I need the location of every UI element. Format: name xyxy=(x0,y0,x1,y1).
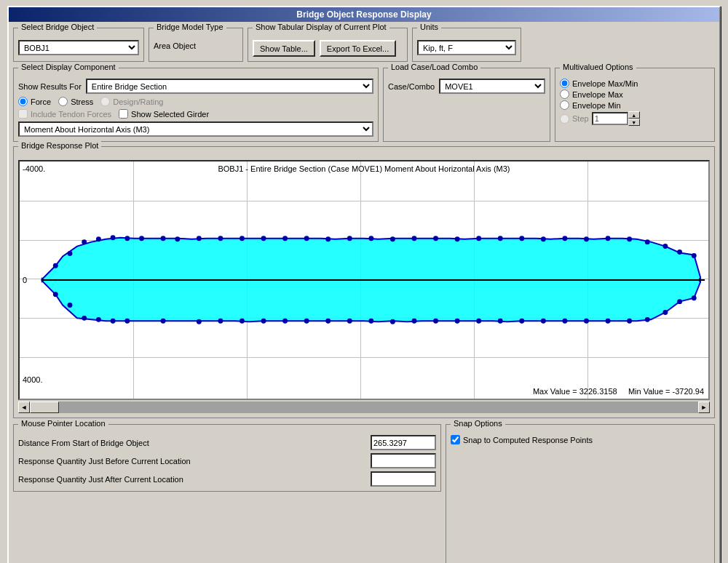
load-case-label: Load Case/Load Combo xyxy=(388,63,480,71)
before-input[interactable] xyxy=(371,453,436,468)
envelope-maxmin-radio-label[interactable]: Envelope Max/Min xyxy=(560,79,638,88)
snap-checkbox-label[interactable]: Snap to Computed Response Points xyxy=(451,435,710,444)
show-results-for-select[interactable]: Entire Bridge Section xyxy=(86,79,373,94)
distance-input[interactable] xyxy=(371,435,436,450)
svg-point-61 xyxy=(541,319,546,324)
svg-point-23 xyxy=(433,236,438,241)
show-selected-girder-label[interactable]: Show Selected Girder xyxy=(119,109,209,119)
horizontal-scrollbar[interactable]: ◄ ► xyxy=(18,402,710,413)
select-display-component-group: Select Display Component Show Results Fo… xyxy=(13,68,379,142)
svg-point-18 xyxy=(325,236,331,241)
case-combo-label: Case/Combo xyxy=(388,82,435,91)
step-radio-label[interactable]: Step xyxy=(560,114,589,124)
step-down-button[interactable]: ▼ xyxy=(628,119,640,126)
svg-point-40 xyxy=(82,316,87,321)
envelope-min-radio[interactable] xyxy=(560,100,569,110)
svg-point-50 xyxy=(304,319,309,324)
svg-point-12 xyxy=(197,236,202,241)
export-excel-button[interactable]: Export To Excel... xyxy=(320,40,396,57)
svg-point-33 xyxy=(645,239,650,244)
show-table-button[interactable]: Show Table... xyxy=(253,40,315,57)
force-radio-label[interactable]: Force xyxy=(18,97,51,106)
svg-point-11 xyxy=(175,236,180,241)
snap-checkbox[interactable] xyxy=(451,435,460,444)
svg-point-22 xyxy=(412,236,417,241)
multivalued-label: Multivalued Options xyxy=(560,63,636,71)
svg-point-69 xyxy=(692,295,697,300)
svg-point-60 xyxy=(519,319,524,324)
svg-point-25 xyxy=(476,236,481,241)
design-rating-radio-label[interactable]: Design/Rating xyxy=(100,97,163,106)
svg-point-15 xyxy=(261,236,266,241)
svg-point-30 xyxy=(584,236,589,241)
load-case-select[interactable]: MOVE1 xyxy=(439,79,545,94)
bridge-response-plot-label: Bridge Response Plot xyxy=(18,141,101,150)
before-label: Response Quantity Just Before Current Lo… xyxy=(18,457,366,466)
scroll-thumb[interactable] xyxy=(30,402,59,413)
scroll-left-button[interactable]: ◄ xyxy=(18,402,30,413)
svg-point-53 xyxy=(368,319,373,324)
svg-point-36 xyxy=(692,253,697,258)
svg-point-67 xyxy=(662,310,668,315)
svg-point-44 xyxy=(161,319,166,324)
select-bridge-object-group: Select Bridge Object BOBJ1 xyxy=(13,28,144,62)
bridge-response-plot-group: Bridge Response Plot BOBJ1 - Entire Brid… xyxy=(13,146,715,418)
title-bar: Bridge Object Response Display xyxy=(9,7,719,22)
show-tabular-label: Show Tabular Display of Current Plot xyxy=(253,23,389,31)
window-title: Bridge Object Response Display xyxy=(296,9,431,20)
svg-point-68 xyxy=(677,299,682,304)
envelope-maxmin-radio[interactable] xyxy=(560,79,569,88)
svg-point-24 xyxy=(455,236,460,241)
show-selected-girder-checkbox[interactable] xyxy=(119,109,128,119)
distance-label: Distance From Start of Bridge Object xyxy=(18,439,366,447)
select-display-component-label: Select Display Component xyxy=(18,63,119,71)
include-tendon-text: Include Tendon Forces xyxy=(31,110,111,119)
stress-radio[interactable] xyxy=(58,97,68,106)
svg-point-20 xyxy=(368,236,373,241)
stress-radio-label[interactable]: Stress xyxy=(58,97,93,106)
force-radio[interactable] xyxy=(18,97,28,106)
svg-point-28 xyxy=(541,236,546,241)
svg-point-6 xyxy=(96,236,101,241)
svg-point-65 xyxy=(627,319,632,324)
svg-point-56 xyxy=(433,319,438,324)
svg-point-31 xyxy=(606,236,611,241)
response-plot-svg xyxy=(20,161,708,399)
design-rating-radio[interactable] xyxy=(100,97,110,106)
select-bridge-object-label: Select Bridge Object xyxy=(18,23,97,31)
stress-label: Stress xyxy=(71,97,93,106)
svg-point-55 xyxy=(412,319,417,324)
svg-point-47 xyxy=(240,319,245,324)
units-select[interactable]: Kip, ft, F xyxy=(417,40,516,55)
show-tabular-group: Show Tabular Display of Current Plot Sho… xyxy=(248,28,408,62)
svg-point-51 xyxy=(325,319,331,324)
svg-point-58 xyxy=(476,319,481,324)
svg-point-62 xyxy=(562,319,567,324)
snap-options-group: Snap Options Snap to Computed Response P… xyxy=(446,424,715,563)
envelope-maxmin-text: Envelope Max/Min xyxy=(572,79,638,88)
max-min-values: Max Value = 3226.3158 Min Value = -3720.… xyxy=(533,387,704,396)
bridge-object-select[interactable]: BOBJ1 xyxy=(18,40,139,55)
svg-point-54 xyxy=(390,319,395,324)
step-up-button[interactable]: ▲ xyxy=(628,111,640,119)
scroll-right-button[interactable]: ► xyxy=(698,402,710,413)
scroll-track[interactable] xyxy=(30,402,698,413)
svg-point-10 xyxy=(161,236,166,241)
show-selected-girder-text: Show Selected Girder xyxy=(131,110,209,119)
step-input[interactable] xyxy=(592,112,628,125)
step-radio[interactable] xyxy=(560,114,569,124)
envelope-min-text: Envelope Min xyxy=(572,101,621,110)
after-label: Response Quantity Just After Current Loc… xyxy=(18,475,366,484)
envelope-min-radio-label[interactable]: Envelope Min xyxy=(560,100,621,110)
envelope-max-radio[interactable] xyxy=(560,89,569,99)
svg-point-32 xyxy=(627,236,632,241)
svg-point-14 xyxy=(240,236,245,241)
envelope-max-radio-label[interactable]: Envelope Max xyxy=(560,89,623,99)
svg-point-4 xyxy=(68,251,73,256)
include-tendon-label[interactable]: Include Tendon Forces xyxy=(18,109,111,119)
after-input[interactable] xyxy=(371,471,436,487)
svg-point-29 xyxy=(562,236,567,241)
moment-axis-select[interactable]: Moment About Horizontal Axis (M3) xyxy=(18,121,373,137)
include-tendon-checkbox[interactable] xyxy=(18,109,28,119)
svg-point-5 xyxy=(82,239,87,244)
